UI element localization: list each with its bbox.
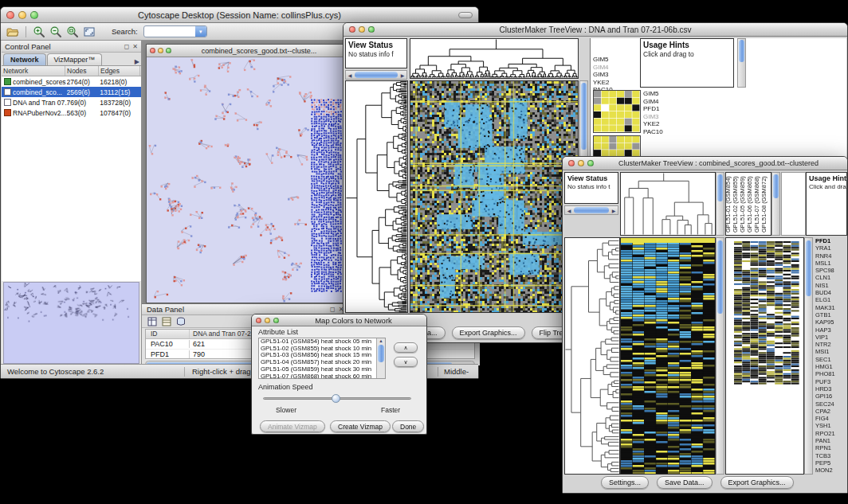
gene-name[interactable]: PFD1 bbox=[814, 237, 847, 244]
treeview-action-button[interactable]: Export Graphics... bbox=[452, 326, 525, 339]
list-vscrollbar[interactable]: ▲ bbox=[376, 338, 385, 378]
tab-network[interactable]: Network bbox=[3, 53, 46, 65]
close-panel-icon[interactable]: ✕ bbox=[132, 43, 138, 50]
gene-label[interactable]: GIM5 bbox=[593, 56, 613, 64]
close-button[interactable] bbox=[349, 26, 355, 33]
treeview1-titlebar[interactable]: ClusterMaker TreeView : DNA and Tran 07-… bbox=[344, 23, 847, 37]
close-button[interactable] bbox=[256, 318, 261, 323]
gene-label[interactable]: GIM3 bbox=[643, 113, 663, 121]
gene-name[interactable]: HMG1 bbox=[814, 363, 847, 370]
gene-name[interactable]: PUF3 bbox=[814, 378, 847, 385]
gene-name[interactable]: BUD4 bbox=[814, 289, 847, 296]
close-button[interactable] bbox=[568, 160, 575, 166]
zoom-out-icon[interactable] bbox=[49, 25, 63, 39]
zoom-selected-icon[interactable] bbox=[65, 25, 80, 39]
tab-vizmapper[interactable]: VizMapper™ bbox=[47, 53, 103, 65]
gene-name[interactable]: MON2 bbox=[814, 467, 847, 474]
gene-name[interactable]: RNR4 bbox=[814, 252, 847, 260]
move-down-button[interactable]: ∨ bbox=[394, 357, 418, 367]
gene-name[interactable]: SEC1 bbox=[814, 356, 847, 363]
cluster-detail-canvas[interactable] bbox=[734, 241, 799, 385]
gene-name[interactable]: RPN1 bbox=[814, 444, 847, 451]
minimize-button[interactable] bbox=[158, 48, 163, 53]
network-row[interactable]: RNAPuberNov2... 563(0) 107847(0) bbox=[2, 107, 141, 118]
maximize-button[interactable] bbox=[368, 26, 375, 33]
gene-name[interactable]: RPO21 bbox=[814, 430, 847, 437]
gene-name[interactable]: GPI16 bbox=[814, 393, 847, 400]
gene-name[interactable]: TCB3 bbox=[814, 452, 847, 459]
dialog-titlebar[interactable]: Map Colors to Network bbox=[252, 315, 426, 326]
zoom-fit-icon[interactable] bbox=[82, 25, 96, 39]
network-overview-thumbnail[interactable] bbox=[3, 282, 139, 364]
minimize-button[interactable] bbox=[265, 318, 270, 323]
gene-label[interactable]: GIM5 bbox=[643, 90, 663, 98]
gene-label[interactable]: YKE2 bbox=[643, 120, 663, 128]
gene-name[interactable]: KAP95 bbox=[814, 318, 847, 326]
gene-label[interactable]: PFD1 bbox=[643, 105, 663, 113]
select-attributes-icon[interactable] bbox=[146, 316, 158, 327]
gene-label[interactable]: GIM4 bbox=[593, 64, 613, 72]
minimize-button[interactable] bbox=[578, 160, 584, 166]
dendrogram-zoom-scrollbar[interactable]: ◀ ▶ bbox=[345, 70, 407, 80]
array-label[interactable]: GPL51-06 (GSM865) bbox=[746, 172, 753, 232]
attribute-item[interactable]: GPL51-07 (GSM868) heat shock 60 min bbox=[259, 373, 385, 379]
gene-name[interactable]: GTB1 bbox=[814, 311, 847, 318]
gene-name[interactable]: HAP3 bbox=[814, 326, 847, 334]
scroll-right-icon[interactable]: ▶ bbox=[398, 72, 406, 78]
gene-name[interactable]: ELG1 bbox=[814, 296, 847, 303]
column-edges[interactable]: Edges bbox=[99, 66, 140, 76]
scroll-up-icon[interactable]: ▲ bbox=[379, 338, 383, 343]
gene-name[interactable]: CLN1 bbox=[814, 274, 847, 281]
scrollbar-thumb[interactable] bbox=[378, 345, 384, 362]
gene-label[interactable]: GIM3 bbox=[593, 71, 613, 79]
gene-name[interactable]: MAK31 bbox=[814, 304, 847, 311]
column-dendrogram-canvas[interactable] bbox=[621, 173, 715, 235]
hints-vscrollbar[interactable] bbox=[737, 38, 746, 88]
zoom-in-icon[interactable] bbox=[32, 25, 46, 39]
network-row[interactable]: DNA and Tran 07... 769(0) 183728(0) bbox=[2, 97, 141, 107]
gene-label[interactable]: GIM4 bbox=[643, 98, 663, 106]
gene-name[interactable]: PEP5 bbox=[814, 459, 847, 467]
create-vizmap-button[interactable]: Create Vizmap bbox=[330, 420, 391, 432]
labels-vscrollbar[interactable] bbox=[716, 172, 724, 236]
scroll-left-icon[interactable]: ◀ bbox=[346, 72, 354, 78]
treeview-action-button[interactable]: Save Data... bbox=[657, 476, 713, 489]
import-table-icon[interactable] bbox=[175, 316, 186, 327]
gene-name[interactable]: MSI1 bbox=[814, 348, 847, 355]
treeview-action-button[interactable]: Settings... bbox=[601, 476, 649, 489]
array-label[interactable]: GPL51-02 (GSM855) bbox=[732, 172, 739, 232]
gene-name[interactable]: FIG4 bbox=[814, 415, 847, 422]
column-dendrogram-canvas[interactable] bbox=[410, 39, 578, 78]
tab-overflow-icon[interactable]: ▶ bbox=[135, 58, 139, 65]
scroll-left-icon[interactable]: ◀ bbox=[565, 208, 573, 213]
float-panel-icon[interactable]: ◻ bbox=[124, 43, 130, 50]
move-up-button[interactable]: ∧ bbox=[394, 342, 418, 353]
maximize-button[interactable] bbox=[30, 11, 38, 19]
scrollbar-thumb[interactable] bbox=[773, 174, 779, 198]
column-network[interactable]: Network bbox=[2, 66, 65, 76]
treeview2-titlebar[interactable]: ClusterMaker TreeView : combined_scores_… bbox=[563, 157, 847, 170]
gene-name[interactable]: CPA2 bbox=[814, 408, 847, 415]
treeview-action-button[interactable]: Export Graphics... bbox=[720, 476, 794, 489]
gene-name[interactable]: HRD3 bbox=[814, 385, 847, 393]
array-label[interactable]: GPL51-07 (GSM868) bbox=[753, 172, 760, 232]
network-row[interactable]: combined_scores 2764(0) 16218(0) bbox=[2, 76, 141, 87]
attribute-table-icon[interactable] bbox=[160, 316, 172, 327]
dropdown-icon[interactable]: ▼ bbox=[195, 26, 206, 37]
close-button[interactable] bbox=[6, 11, 14, 19]
network-graph-canvas[interactable] bbox=[147, 57, 344, 303]
gene-label[interactable]: YKE2 bbox=[593, 79, 613, 87]
summary-heatmap-canvas[interactable] bbox=[593, 90, 641, 133]
maximize-button[interactable] bbox=[273, 318, 279, 323]
minimize-button[interactable] bbox=[359, 26, 365, 33]
array-label[interactable]: GPL51-05 (GSM859) bbox=[739, 172, 746, 232]
minimize-button[interactable] bbox=[18, 11, 26, 19]
gene-name[interactable]: PHO81 bbox=[814, 370, 847, 377]
scrollbar-thumb[interactable] bbox=[806, 240, 811, 296]
gene-name[interactable]: VIP1 bbox=[814, 334, 847, 341]
gene-name[interactable]: YRA1 bbox=[814, 244, 847, 252]
gene-label[interactable]: PAC10 bbox=[643, 128, 663, 136]
gene-name[interactable]: PAN1 bbox=[814, 437, 847, 444]
row-dendrogram-canvas[interactable] bbox=[565, 238, 619, 474]
array-label[interactable]: GPL51-01 (GSM854) bbox=[725, 172, 732, 232]
